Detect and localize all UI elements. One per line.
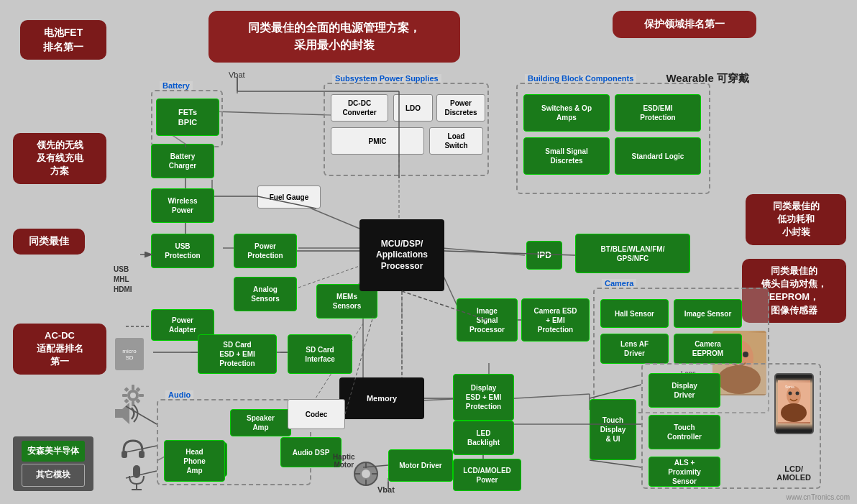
svg-rect-50: [122, 451, 127, 458]
power-discretes-block: PowerDiscretes: [436, 94, 485, 122]
speaker-amp-block: SpeakerAmp: [230, 409, 291, 436]
ldo-block: LDO: [393, 94, 433, 122]
display-esd-block: DisplayESD + EMIProtection: [453, 374, 514, 421]
svg-point-38: [796, 391, 799, 395]
subsystem-container: Subsystem Power Supplies DC-DCConverter …: [324, 83, 489, 176]
svg-rect-44: [122, 394, 127, 397]
battery-charger-block: BatteryCharger: [151, 144, 214, 178]
display-driver-container: DisplayDriver TouchController ALS +Proxi…: [641, 363, 821, 489]
svg-line-18: [503, 394, 590, 399]
svg-line-0: [212, 111, 331, 115]
svg-line-81: [590, 460, 641, 467]
svg-text:Sonia: Sonia: [785, 385, 794, 389]
callout-wireless-charging: 领先的无线及有线充电方案: [13, 133, 106, 184]
subsystem-title: Subsystem Power Supplies: [332, 74, 441, 83]
usb-mhl-hdmi-label: USBMHLHDMI: [114, 265, 132, 295]
speaker-icon: [111, 399, 140, 428]
als-proximity-block: ALS +ProximitySensor: [649, 457, 720, 487]
svg-point-41: [130, 393, 136, 398]
camera-esd-block: Camera ESD+ EMIProtection: [521, 298, 590, 342]
watermark: www.cnTronics.com: [786, 493, 850, 501]
camera-title-label: Camera: [602, 279, 636, 288]
svg-point-33: [743, 352, 748, 357]
battery-title: Battery: [160, 81, 193, 90]
small-signal-block: Small SignalDiscretes: [523, 137, 610, 175]
vbat-bottom-label: Vbat: [377, 485, 395, 494]
callout-acdc: AC-DC适配器排名第一: [13, 324, 106, 375]
hall-sensor-block: Hall Sensor: [600, 299, 669, 328]
usb-protection-block: USBProtection: [151, 234, 214, 268]
display-driver-block: DisplayDriver: [649, 373, 720, 408]
building-block-container: Building Block Components Switches & OpA…: [516, 83, 710, 194]
image-signal-block: ImageSignalProcessor: [457, 298, 518, 342]
led-backlight-block: LEDBacklight: [453, 421, 514, 455]
haptic-motor-label: HapticMotor: [333, 453, 355, 469]
callout-top-center: 同类最佳的全面的电源管理方案，采用最小的封装: [208, 11, 460, 63]
touch-controller-block: TouchController: [649, 415, 720, 449]
vbat-top-label: Vbat: [229, 70, 245, 79]
esd-emi-building-block: ESD/EMIProtection: [615, 94, 701, 132]
audio-title: Audio: [165, 390, 193, 399]
analog-sensors-block: AnalogSensors: [234, 277, 297, 311]
bt-ble-block: BT/BLE/WLAN/FM/GPS/NFC: [575, 234, 690, 273]
dc-dc-block: DC-DCConverter: [331, 94, 388, 122]
fets-bpic-block: FETsBPIC: [156, 98, 219, 136]
building-block-title: Building Block Components: [525, 74, 636, 83]
svg-rect-45: [139, 394, 144, 397]
wireless-power-block: WirelessPower: [151, 188, 214, 223]
ipd-block: IPD: [526, 241, 562, 270]
image-sensor-block: Image Sensor: [674, 299, 742, 328]
lens-af-block: Lens AFDriver: [600, 334, 669, 364]
svg-rect-46: [124, 387, 129, 392]
svg-line-6: [442, 248, 525, 255]
codec-block: Codec: [288, 399, 345, 429]
lcd-amoled-label: LCD/AMOLED: [776, 464, 811, 482]
sd-card-esd-block: SD CardESD + EMIProtection: [198, 334, 277, 374]
camera-eeprom-block: CameraEEPROM: [674, 334, 742, 364]
switches-block: Switches & OpAmps: [523, 94, 610, 132]
svg-rect-52: [133, 465, 140, 478]
svg-rect-42: [132, 385, 134, 390]
legend-box: 安森美半导体 其它模块: [13, 436, 93, 491]
pmic-block: PMIC: [331, 127, 424, 155]
power-protection-block: PowerProtection: [234, 234, 297, 268]
motor-icon: [352, 460, 380, 487]
lcd-amoled-power-block: LCD/AMOLEDPower: [453, 459, 521, 491]
legend-other: 其它模块: [22, 464, 85, 487]
battery-container: Battery FETsBPIC: [151, 90, 223, 147]
phone-image: Sonia: [774, 373, 814, 434]
standard-logic-block: Standard Logic: [615, 137, 701, 175]
svg-marker-61: [115, 403, 129, 424]
touch-display-block: TouchDisplay& UI: [590, 399, 636, 460]
fuel-gauge-block: Fuel Gauge: [257, 185, 321, 209]
memory-block: Memory: [339, 377, 424, 419]
motor-driver-block: Motor Driver: [388, 449, 453, 482]
svg-point-36: [781, 403, 807, 422]
svg-point-56: [362, 469, 370, 478]
head-phone-amp-block: HeadPhoneAmp: [164, 440, 225, 482]
callout-battery-fet: 电池FET排名第一: [20, 20, 106, 60]
load-switch-block: LoadSwitch: [429, 127, 483, 155]
callout-top-right: 保护领域排名第一: [613, 11, 756, 38]
sd-card-interface-block: SD CardInterface: [288, 334, 352, 374]
microsd-icon: microSD: [115, 338, 144, 370]
callout-low-power: 同类最佳的低功耗和小封装: [746, 194, 846, 245]
svg-rect-51: [139, 451, 145, 458]
svg-point-37: [789, 391, 792, 395]
legend-onsemi: 安森美半导体: [22, 441, 85, 462]
callout-best-in-class: 同类最佳: [13, 229, 85, 255]
microphone-icon: [126, 464, 147, 492]
headphone-icon: [119, 435, 147, 464]
mcu-block: MCU/DSP/ApplicationsProcessor: [359, 219, 444, 291]
